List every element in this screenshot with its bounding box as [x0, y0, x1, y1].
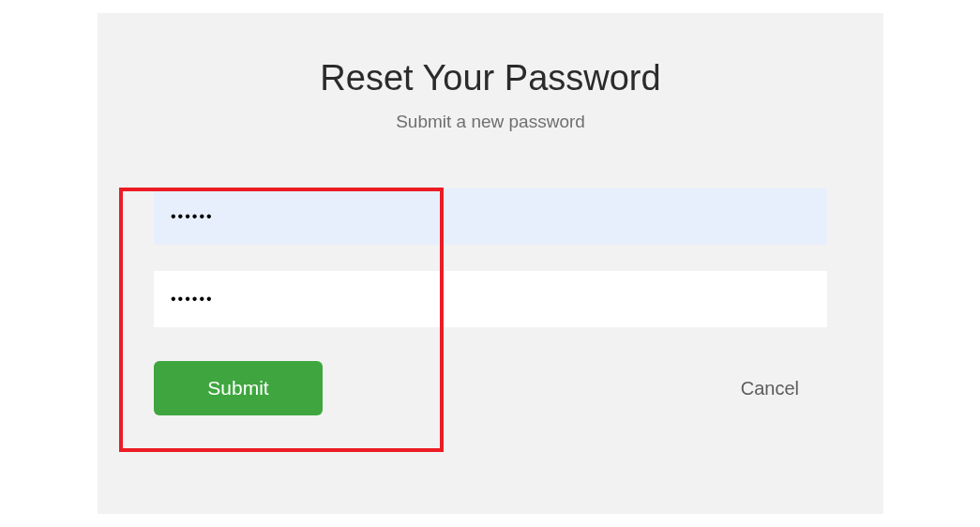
submit-button[interactable]: Submit [154, 361, 323, 415]
reset-password-panel: Reset Your Password Submit a new passwor… [98, 13, 883, 514]
confirm-password-input[interactable] [154, 271, 827, 327]
page-subtitle: Submit a new password [154, 112, 827, 132]
form-area: Submit Cancel [154, 188, 827, 415]
actions-row: Submit Cancel [154, 361, 827, 415]
cancel-link[interactable]: Cancel [741, 378, 799, 399]
new-password-input[interactable] [154, 188, 827, 245]
page-title: Reset Your Password [154, 58, 827, 98]
